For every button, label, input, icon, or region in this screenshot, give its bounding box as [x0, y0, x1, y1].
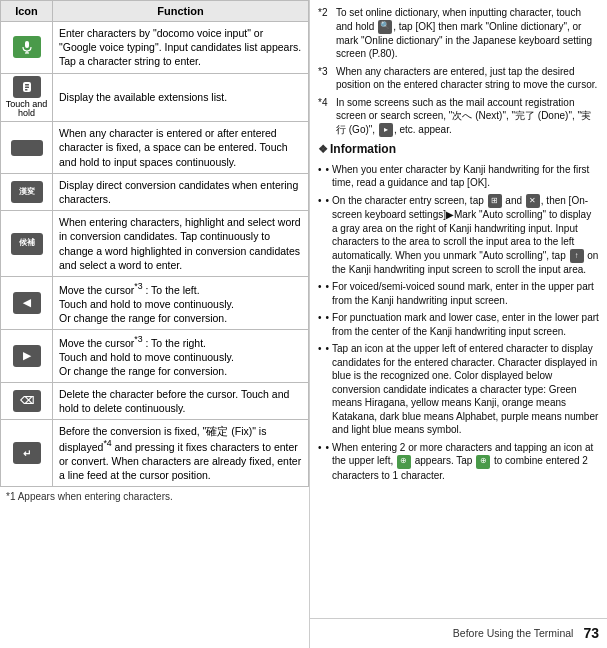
icon-cell: 漢変 — [1, 173, 53, 210]
function-text: Enter characters by "docomo voice input"… — [53, 22, 309, 74]
bullet: • — [326, 194, 330, 277]
left-column: Icon Function Enter charact — [0, 0, 310, 648]
function-text: Display direct conversion candidates whe… — [53, 173, 309, 210]
icon-cell: ↵ — [1, 420, 53, 487]
table-row: ⌫ Delete the character before the cursor… — [1, 382, 309, 419]
function-text: When entering characters, highlight and … — [53, 211, 309, 277]
kanji-convert-icon: 漢変 — [11, 181, 43, 203]
bullet: • — [326, 311, 330, 338]
note-num: *4 — [318, 96, 336, 137]
note-4: *4 In some screens such as the mail acco… — [318, 96, 599, 137]
note-num: *2 — [318, 6, 336, 61]
inline-icon: ▸ — [379, 123, 393, 137]
page-number: 73 — [583, 624, 599, 643]
bullet-list: • When you enter character by Kanji hand… — [318, 163, 599, 483]
table-row: Touch andhold Display the available exte… — [1, 73, 309, 122]
mic-icon — [13, 36, 41, 58]
touch-hold-icon — [13, 76, 41, 98]
arrow-right-icon: ▶ — [13, 345, 41, 367]
note-text: To set online dictionary, when inputting… — [336, 6, 599, 61]
bullet: • — [326, 163, 330, 190]
inline-icon: 🔍 — [378, 20, 392, 34]
list-item: • On the character entry screen, tap ⊞ a… — [318, 194, 599, 277]
list-item: • Tap an icon at the upper left of enter… — [318, 342, 599, 437]
list-item: • When you enter character by Kanji hand… — [318, 163, 599, 190]
svg-rect-4 — [25, 84, 29, 86]
space-icon — [11, 140, 43, 156]
icon-cell: ⌫ — [1, 382, 53, 419]
list-text: On the character entry screen, tap ⊞ and… — [332, 194, 599, 277]
function-text: Move the cursor*3 : To the right.Touch a… — [53, 329, 309, 382]
list-text: When you enter character by Kanji handwr… — [332, 163, 599, 190]
bottom-bar: Before Using the Terminal 73 — [310, 618, 607, 648]
col-header-icon: Icon — [1, 1, 53, 22]
delete-icon: ⌫ — [13, 390, 41, 412]
list-text: For punctuation mark and lower case, ent… — [332, 311, 599, 338]
inline-icon: ⊕ — [476, 455, 490, 469]
list-item: • When entering 2 or more characters and… — [318, 441, 599, 482]
arrow-left-icon: ◀ — [13, 292, 41, 314]
function-text: Before the conversion is fixed, "確定 (Fix… — [53, 420, 309, 487]
bullet: • — [326, 342, 330, 437]
inline-icon: ⊕ — [397, 455, 411, 469]
page-label: Before Using the Terminal — [453, 626, 574, 640]
touch-hold-label: Touch andhold — [3, 76, 50, 120]
svg-rect-6 — [25, 89, 28, 91]
icon-function-table: Icon Function Enter charact — [0, 0, 309, 487]
col-header-function: Function — [53, 1, 309, 22]
function-text: When any character is entered or after e… — [53, 122, 309, 174]
icon-cell: ◀ — [1, 276, 53, 329]
footnote: *1 Appears when entering characters. — [0, 487, 309, 506]
table-row: Enter characters by "docomo voice input"… — [1, 22, 309, 74]
inline-icon: ✕ — [526, 194, 540, 208]
bullet: • — [326, 280, 330, 307]
function-text: Delete the character before the cursor. … — [53, 382, 309, 419]
list-item: • For punctuation mark and lower case, e… — [318, 311, 599, 338]
icon-cell: 候補 — [1, 211, 53, 277]
icon-cell: ▶ — [1, 329, 53, 382]
table-row: When any character is entered or after e… — [1, 122, 309, 174]
list-text: For voiced/semi-voiced sound mark, enter… — [332, 280, 599, 307]
function-text: Display the available extensions list. — [53, 73, 309, 122]
inline-icon: ↑ — [570, 249, 584, 263]
icon-cell — [1, 122, 53, 174]
icon-cell: Touch andhold — [1, 73, 53, 122]
note-num: *3 — [318, 65, 336, 92]
svg-rect-0 — [25, 41, 29, 48]
svg-rect-5 — [25, 86, 29, 88]
candidate-icon: 候補 — [11, 233, 43, 255]
icon-cell — [1, 22, 53, 74]
table-row: ↵ Before the conversion is fixed, "確定 (F… — [1, 420, 309, 487]
note-text: In some screens such as the mail account… — [336, 96, 599, 137]
list-text: Tap an icon at the upper left of entered… — [332, 342, 599, 437]
table-row: ◀ Move the cursor*3 : To the left.Touch … — [1, 276, 309, 329]
note-2: *2 To set online dictionary, when inputt… — [318, 6, 599, 61]
right-column: *2 To set online dictionary, when inputt… — [310, 0, 607, 648]
list-item: • For voiced/semi-voiced sound mark, ent… — [318, 280, 599, 307]
bullet: • — [326, 441, 330, 482]
table-row: 候補 When entering characters, highlight a… — [1, 211, 309, 277]
enter-icon: ↵ — [13, 442, 41, 464]
note-3: *3 When any characters are entered, just… — [318, 65, 599, 92]
inline-icon: ⊞ — [488, 194, 502, 208]
table-row: 漢変 Display direct conversion candidates … — [1, 173, 309, 210]
info-header: Information — [318, 141, 599, 158]
function-text: Move the cursor*3 : To the left.Touch an… — [53, 276, 309, 329]
list-text: When entering 2 or more characters and t… — [332, 441, 599, 482]
note-text: When any characters are entered, just ta… — [336, 65, 599, 92]
table-row: ▶ Move the cursor*3 : To the right.Touch… — [1, 329, 309, 382]
